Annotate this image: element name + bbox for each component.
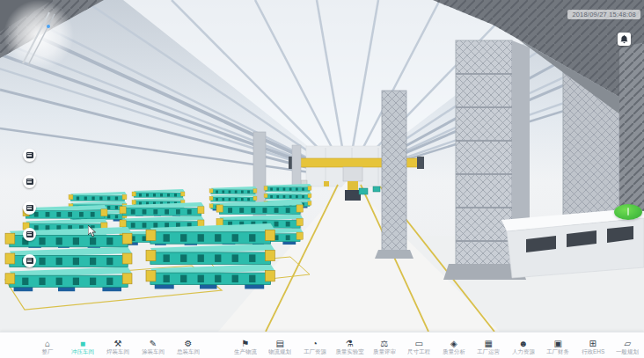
quality-lab-flask-icon: ⚗	[346, 339, 354, 348]
paint-spray-icon: ✎	[150, 339, 157, 348]
finance-briefcase-icon: ▣	[554, 339, 562, 348]
quality-review-icon: ⚖	[380, 339, 388, 348]
toolbar-item-admin-ehs[interactable]: ⊞ 行政EHS	[575, 332, 611, 358]
bell-icon	[620, 35, 628, 44]
data-panel-icon	[26, 258, 33, 264]
hr-person-icon: ☻	[518, 339, 528, 348]
module-nav-group: ⚑ 生产物流 ▤ 物流规划 ◔ 工厂资源 ⚗ 质量实验室 ⚖ 质量评审 ▭ 尺寸…	[228, 332, 644, 358]
quality-shield-icon: ◈	[450, 339, 457, 348]
resource-gauge-icon: ◔	[312, 339, 318, 348]
data-panel-button-1[interactable]	[23, 149, 36, 162]
workshop-nav-group: ⌂ 整厂 ■ 冲压车间 ⚒ 焊装车间 ✎ 涂装车间 ⚙ 总装车间	[30, 332, 206, 358]
toolbar-item-dimension-engineering[interactable]: ▭ 尺寸工程	[402, 332, 437, 358]
toolbar-item-quality-lab[interactable]: ⚗ 质量实验室	[333, 332, 368, 358]
toolbar-item-factory-finance[interactable]: ▣ 工厂财务	[541, 332, 576, 358]
ehs-grid-icon: ⊞	[589, 339, 596, 348]
general-plan-icon: ▱	[624, 339, 631, 348]
factory-scene	[0, 0, 644, 332]
data-panel-button-4[interactable]	[23, 228, 36, 241]
factory-overview-icon: ⌂	[45, 339, 50, 348]
toolbar-item-factory-operations[interactable]: ▦ 工厂运营	[472, 332, 507, 358]
toolbar-item-logistics-planning[interactable]: ▤ 物流规划	[263, 332, 298, 358]
clock-timestamp: 2018/09/27 15:48:08	[567, 10, 640, 19]
toolbar-item-assembly-workshop[interactable]: ⚙ 总装车间	[171, 332, 206, 358]
truck-icon: ⚑	[241, 339, 249, 348]
toolbar-item-human-resources[interactable]: ☻ 人力资源	[506, 332, 541, 358]
toolbar-item-quality-review[interactable]: ⚖ 质量评审	[367, 332, 402, 358]
data-panel-button-5[interactable]	[23, 254, 36, 267]
data-panel-icon	[26, 231, 33, 237]
light-glow	[4, 0, 74, 70]
panel-button-stack	[23, 149, 36, 267]
bottom-toolbar: ⌂ 整厂 ■ 冲压车间 ⚒ 焊装车间 ✎ 涂装车间 ⚙ 总装车间 ⚑	[0, 332, 644, 358]
toolbar-item-welding-workshop[interactable]: ⚒ 焊装车间	[100, 332, 135, 358]
data-panel-icon	[26, 152, 33, 158]
3d-viewport[interactable]	[0, 0, 644, 332]
dimension-ruler-icon: ▭	[415, 339, 423, 348]
toolbar-item-painting-workshop[interactable]: ✎ 涂装车间	[135, 332, 171, 358]
toolbar-item-general-planning[interactable]: ▱ 一般规划	[611, 332, 644, 358]
notification-button[interactable]	[618, 33, 631, 46]
toolbar-item-factory-resources[interactable]: ◔ 工厂资源	[297, 332, 333, 358]
factory-operations-icon: ▦	[485, 339, 493, 348]
data-panel-button-2[interactable]	[23, 175, 36, 188]
toolbar-item-production-logistics[interactable]: ⚑ 生产物流	[228, 332, 263, 358]
assembly-gear-icon: ⚙	[185, 339, 193, 348]
toolbar-item-quality-analysis[interactable]: ◈ 质量分析	[436, 332, 472, 358]
logistics-plan-icon: ▤	[276, 339, 284, 348]
stamping-press-icon: ■	[80, 339, 85, 348]
data-panel-button-3[interactable]	[23, 201, 36, 215]
data-panel-icon	[26, 205, 33, 211]
welding-gun-icon: ⚒	[114, 339, 122, 348]
green-status-marker[interactable]	[614, 204, 642, 220]
toolbar-item-stamping-workshop[interactable]: ■ 冲压车间	[65, 332, 100, 358]
data-panel-icon	[26, 179, 33, 185]
app-window: 2018/09/27 15:48:08 ⌂ 整厂 ■ 冲压车间	[0, 0, 644, 358]
toolbar-item-whole-plant[interactable]: ⌂ 整厂	[30, 332, 65, 358]
